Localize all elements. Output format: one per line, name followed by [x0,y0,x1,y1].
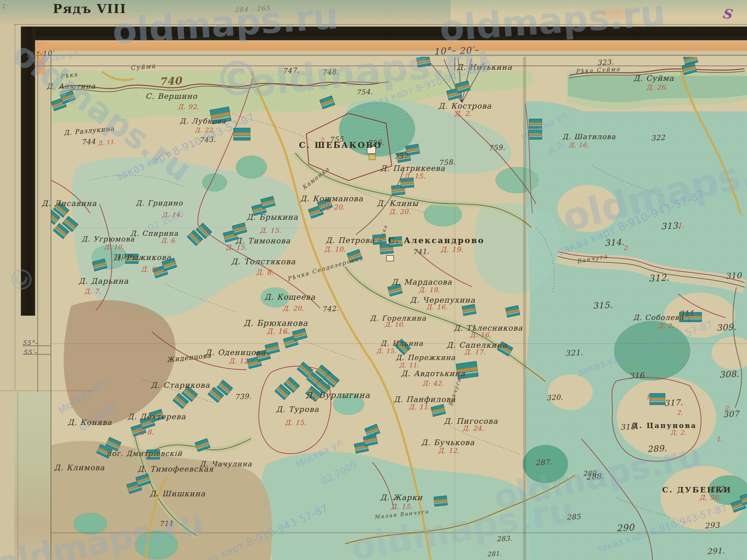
red-mark: 2. [677,409,683,416]
settlement-label: Д. Нитькина [457,62,512,72]
settlement-label: Д. Лисавина [42,199,97,208]
household-count-label: Д. 18. [418,286,440,294]
household-count-label: Д. 10. [324,245,346,254]
settlement-label: Д. Цапунова [632,421,697,430]
parcel-number: 318. [620,422,638,432]
household-count-label: Д. 16. [569,141,589,149]
household-count-label: Д. 8. [137,428,154,436]
parcel-number: 758. [438,158,456,167]
parcel-number: 739. [234,392,252,401]
parcel-number: 322 [651,133,665,142]
settlement-label: Д. Лубкова [180,117,226,125]
household-count-label: Д. 12. [438,447,460,455]
parcel-number: 757 [394,152,408,161]
settlement-label: Д. Разлукина [63,125,115,136]
household-count-label: Д. 19. [440,245,463,254]
settlement-label: С. Александрово [388,236,485,245]
parcel-number: 740 [159,74,182,88]
parcel-number: 293 [704,521,720,530]
household-count-label: Д. 15. [376,347,396,354]
parcel-number: 740 [112,252,126,261]
settlement-label: Д. Тимофеевская [137,464,214,474]
parcel-number: 755 [329,135,344,144]
red-mark: 2. [320,136,326,143]
household-count-label: Д. 15. [404,172,426,180]
parcel-number: 291. [707,546,725,556]
parcel-number: 308. [719,369,740,379]
household-count-label: Д. 16. [470,331,491,339]
parcel-number: 747. [282,66,300,75]
parcel-number: 756. [367,138,385,148]
household-count-label: Д. 10. [385,321,405,328]
settlement-label: Д. Турова [276,405,319,414]
parcel-number: 315. [592,300,613,311]
settlement-label: Д. Бучькова [421,438,475,447]
settlement-label: Д. Авдотькина [401,369,465,378]
parcel-number: 285 [566,512,581,522]
river-label: Рѣка Суйма [575,65,621,75]
parcel-number: 759. [488,143,506,152]
household-count-label: Д. 12. [229,357,251,365]
household-count-label: Д. 20. [389,208,411,216]
settlement-label: Д. Брыкина [247,213,298,221]
settlement-label: Д. Кошманова [300,194,363,203]
household-count-label: Д. 6. [161,237,177,244]
settlement-label: Д. Шишкина [150,489,206,498]
settlement-label: Д. Бурлыгина [306,390,370,400]
household-count-label: Д. 16. [426,303,448,311]
settlement-label: Д. Суйма [634,74,674,83]
household-count-label: Д. 11. [98,139,116,146]
household-count-label: Д. 14. [162,211,182,218]
household-count-label: Д. 10. [104,243,124,250]
red-mark: 1. [716,435,723,443]
settlement-label: Д. Спирина [130,229,179,237]
household-count-label: Д. 11. [399,362,419,369]
parcel-number: 314. [604,237,625,248]
settlement-label: Д. Климова [54,463,105,472]
parcel-number: 287. [535,458,552,467]
parcel-number: 290 [616,522,635,533]
parcel-number: 323. [597,58,614,67]
household-count-label: Д. 26. [646,83,668,91]
settlement-label: Д. Панфилова [394,395,456,404]
parcel-number: 311 [679,309,694,318]
household-count-label: Д. 50. [699,494,721,502]
household-count-label: Д. 2. [455,110,472,117]
parcel-number: 316 [629,371,645,380]
river-label: Рѣчка Селдезеровка [286,254,364,282]
settlement-label: Д. Пережкина [396,353,456,362]
household-count-label: Д. 11. [409,403,430,411]
red-mark: 1. [678,221,685,229]
household-count-label: Д. 17. [464,348,486,356]
river-label: Каменка [301,165,331,191]
settlement-label: пог. Дмитріевскій [106,449,182,458]
settlement-label: Жиденцова [166,351,211,364]
settlement-label: Д. Соболева [633,313,684,322]
household-count-label: Д. 15. [391,503,413,510]
parcel-number: 280. [583,469,599,478]
household-count-label: Д. 2. [658,322,674,329]
household-count-label: Д. 8. [256,268,274,276]
settlement-label: Д. Анютина [47,82,96,90]
parcel-number: 309. [716,322,737,332]
parcel-number: 310 [725,270,742,281]
settlement-label: Д. Кострова [438,101,492,110]
household-count-label: Д. 92. [178,103,199,111]
household-count-label: Д. 24. [462,424,484,432]
parcel-number: 312. [648,272,670,284]
parcel-number: 742. [322,304,339,314]
settlement-label: Д. Патрикеева [380,164,445,173]
settlement-label: Д. Кощеева [264,292,315,301]
red-mark: 1. [646,393,652,401]
parcel-number: 748. [322,68,339,77]
settlement-label: Д. Шатилова [562,132,616,141]
settlement-label: Д. Дехтерева [128,412,186,421]
household-count-label: Д. 16. [266,327,289,335]
river-label: Ванчуга [576,253,609,265]
household-count-label: Д: 42. [422,379,444,387]
settlement-label: Д. Оденицова [205,348,266,357]
settlement-label: Д. Гридино [136,199,183,207]
settlement-label: Д. Старикова [151,381,210,390]
parcel-number: 289. [647,443,667,454]
settlement-label: С. Вершино [145,92,197,101]
